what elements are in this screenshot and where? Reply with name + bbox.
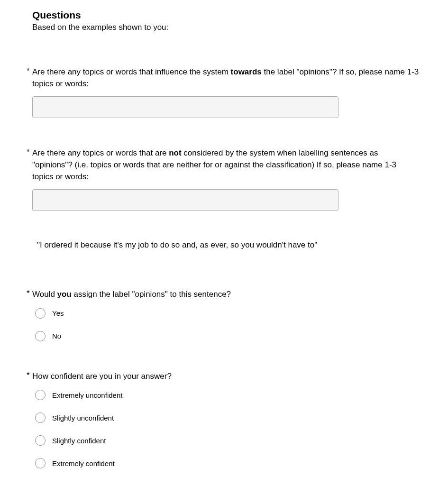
q2-prefix: Are there any topics or words that are (32, 148, 169, 157)
required-asterisk: * (27, 289, 30, 298)
q2-bold: not (169, 148, 181, 157)
q3-option-yes[interactable]: Yes (32, 308, 420, 319)
q4-option-label: Extremely confident (52, 459, 115, 468)
q3-option-label: No (52, 332, 61, 340)
question-2: * Are there any topics or words that are… (32, 147, 420, 211)
question-1: * Are there any topics or words that inf… (32, 66, 420, 118)
q1-input[interactable] (32, 96, 338, 118)
radio-icon (35, 390, 46, 400)
page-heading: Questions (32, 9, 420, 21)
form-container: Questions Based on the examples shown to… (0, 9, 448, 468)
q4-option-extremely-unconfident[interactable]: Extremely unconfident (32, 390, 420, 400)
q3-option-label: Yes (52, 309, 64, 317)
q4-radio-group: Extremely unconfident Slightly unconfide… (32, 390, 420, 468)
q4-option-slightly-confident[interactable]: Slightly confident (32, 435, 420, 446)
q3-prefix: Would (32, 290, 57, 299)
q1-prefix: Are there any topics or words that influ… (32, 67, 231, 76)
radio-icon (35, 331, 46, 341)
question-3: * Would you assign the label "opinions" … (32, 289, 420, 341)
q3-suffix: assign the label "opinions" to this sent… (72, 290, 231, 299)
radio-icon (35, 458, 46, 468)
question-4-label: How confident are you in your answer? (32, 371, 420, 383)
q3-option-no[interactable]: No (32, 331, 420, 341)
q2-input[interactable] (32, 189, 338, 211)
required-asterisk: * (27, 371, 30, 380)
q1-bold: towards (231, 67, 262, 76)
q3-radio-group: Yes No (32, 308, 420, 341)
question-4: * How confident are you in your answer? … (32, 371, 420, 469)
question-2-label: Are there any topics or words that are n… (32, 147, 420, 183)
required-asterisk: * (27, 66, 30, 76)
q4-option-label: Extremely unconfident (52, 391, 122, 399)
q4-option-label: Slightly confident (52, 437, 106, 445)
q4-option-extremely-confident[interactable]: Extremely confident (32, 458, 420, 468)
required-asterisk: * (27, 147, 30, 157)
q4-option-slightly-unconfident[interactable]: Slightly unconfident (32, 412, 420, 423)
radio-icon (35, 412, 46, 423)
example-sentence: "I ordered it because it's my job to do … (37, 240, 420, 250)
radio-icon (35, 308, 46, 319)
page-subheading: Based on the examples shown to you: (32, 23, 420, 32)
q3-bold: you (57, 290, 72, 299)
question-1-label: Are there any topics or words that influ… (32, 66, 420, 90)
q4-option-label: Slightly unconfident (52, 414, 114, 422)
radio-icon (35, 435, 46, 446)
question-3-label: Would you assign the label "opinions" to… (32, 289, 420, 301)
